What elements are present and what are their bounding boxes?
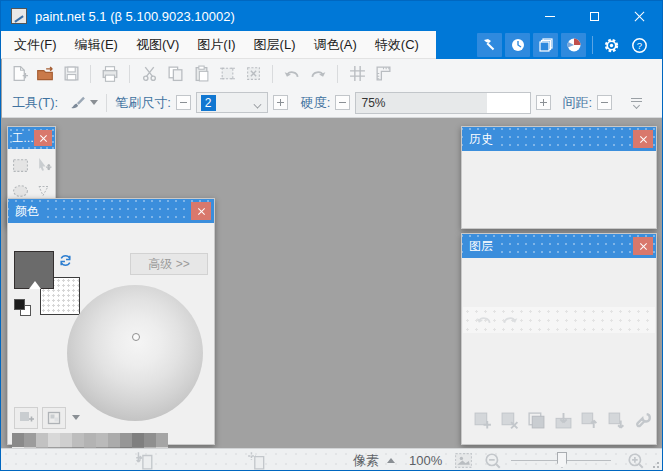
rectangle-select-tool[interactable] [9, 153, 31, 177]
crop-button[interactable] [216, 63, 238, 85]
menu-view[interactable]: 视图(V) [127, 31, 188, 59]
spacing-decrease-button[interactable] [597, 95, 612, 110]
advanced-colors-button[interactable]: 高级 >> [130, 253, 208, 275]
palette-swatch[interactable] [24, 433, 36, 447]
move-selection-tool[interactable] [33, 153, 55, 177]
history-window-button[interactable] [505, 33, 530, 57]
zoom-to-window-button[interactable] [454, 449, 473, 471]
layers-list[interactable] [463, 259, 655, 307]
menu-layers[interactable]: 图层(L) [245, 31, 305, 59]
maximize-button[interactable] [572, 1, 617, 31]
primary-color-swatch[interactable] [14, 251, 54, 289]
layers-panel-close-button[interactable] [633, 237, 653, 255]
tools-panel-titlebar[interactable]: 工… [8, 127, 55, 149]
colors-panel-close-button[interactable] [191, 202, 211, 220]
history-panel-titlebar[interactable]: 历史 [462, 127, 656, 151]
color-wheel-selector[interactable] [132, 333, 140, 341]
merge-layer-down-button[interactable] [553, 409, 574, 431]
palette-swatch[interactable] [60, 433, 72, 447]
layer-properties-button[interactable] [633, 409, 654, 431]
colors-panel-titlebar[interactable]: 颜色 [8, 199, 214, 223]
undo-icon[interactable] [475, 312, 493, 328]
layers-panel-titlebar[interactable]: 图层 [462, 234, 656, 258]
close-icon [640, 136, 647, 143]
history-panel-close-button[interactable] [633, 130, 653, 148]
help-button[interactable]: ? [627, 33, 652, 57]
close-button[interactable] [617, 1, 662, 31]
menu-edit[interactable]: 编辑(E) [66, 31, 127, 59]
layers-window-button[interactable] [533, 33, 558, 57]
zoom-slider[interactable] [511, 449, 611, 471]
move-layer-up-button[interactable] [579, 409, 600, 431]
open-button[interactable] [34, 63, 56, 85]
tool-dropdown-caret[interactable] [90, 100, 98, 105]
colors-window-button[interactable] [561, 33, 586, 57]
move-layer-down-button[interactable] [606, 409, 627, 431]
zoom-in-button[interactable] [627, 449, 645, 471]
unit-selector[interactable]: 像素 [353, 449, 395, 471]
palette-swatch[interactable] [72, 433, 84, 447]
grid-toggle-button[interactable] [346, 63, 368, 85]
utility-separator [592, 36, 593, 54]
hardness-decrease-button[interactable] [335, 95, 350, 110]
brush-size-increase-button[interactable] [273, 95, 288, 110]
menu-effects[interactable]: 特效(C) [366, 31, 428, 59]
add-color-button[interactable] [14, 407, 38, 429]
copy-button[interactable] [164, 63, 186, 85]
hardness-label: 硬度: [301, 94, 331, 112]
current-tool-button[interactable] [66, 92, 88, 114]
delete-layer-button[interactable] [499, 409, 520, 431]
zoom-level[interactable]: 100% [409, 449, 442, 471]
toolbar-separator [129, 65, 130, 83]
menu-adjustments[interactable]: 调色(A) [304, 31, 365, 59]
hardness-field[interactable]: 75% [355, 92, 531, 114]
palette-swatch[interactable] [12, 433, 24, 447]
menu-file[interactable]: 文件(F) [5, 31, 66, 59]
add-layer-button[interactable] [472, 409, 493, 431]
menu-row: 文件(F) 编辑(E) 视图(V) 图片(I) 图层(L) 调色(A) 特效(C… [1, 31, 662, 59]
new-button[interactable] [8, 63, 30, 85]
print-icon [101, 65, 119, 83]
palette-swatch[interactable] [48, 433, 60, 447]
tools-panel-close-button[interactable] [34, 130, 52, 146]
palette-swatch[interactable] [132, 433, 144, 447]
palette-swatch[interactable] [96, 433, 108, 447]
deselect-button[interactable] [242, 63, 264, 85]
palette-swatch[interactable] [156, 433, 168, 447]
color-wheel[interactable] [67, 285, 203, 421]
paste-button[interactable] [190, 63, 212, 85]
palette-menu-button[interactable] [42, 407, 66, 429]
chevron-down-icon [253, 101, 261, 109]
palette-swatch[interactable] [108, 433, 120, 447]
settings-button[interactable] [599, 33, 624, 57]
undo-button[interactable] [281, 63, 303, 85]
minimize-button[interactable] [527, 1, 572, 31]
clock-icon [510, 37, 526, 53]
redo-icon[interactable] [501, 312, 519, 328]
redo-button[interactable] [307, 63, 329, 85]
ruler-toggle-button[interactable] [372, 63, 394, 85]
zoom-slider-track[interactable] [511, 460, 611, 461]
default-black-swatch[interactable] [14, 299, 25, 310]
cut-button[interactable] [138, 63, 160, 85]
save-button[interactable] [60, 63, 82, 85]
palette-swatch[interactable] [36, 433, 48, 447]
tools-window-button[interactable] [477, 33, 502, 57]
print-button[interactable] [99, 63, 121, 85]
zoom-out-button[interactable] [484, 449, 502, 471]
resize-grip[interactable] [651, 460, 659, 468]
brush-size-combo[interactable]: 2 [196, 92, 268, 113]
palette-swatch[interactable] [144, 433, 156, 447]
duplicate-layer-button[interactable] [526, 409, 547, 431]
palette-dropdown-caret[interactable] [72, 415, 80, 420]
toolbar-overflow-icon[interactable] [631, 98, 642, 108]
brush-size-decrease-button[interactable] [176, 95, 191, 110]
menu-image[interactable]: 图片(I) [188, 31, 244, 59]
zoom-slider-thumb[interactable] [557, 452, 567, 468]
hardness-increase-button[interactable] [536, 95, 551, 110]
palette-swatch[interactable] [84, 433, 96, 447]
grid-icon [349, 65, 366, 82]
history-list[interactable] [462, 151, 656, 229]
swap-colors-icon[interactable] [58, 253, 73, 268]
palette-swatch[interactable] [120, 433, 132, 447]
